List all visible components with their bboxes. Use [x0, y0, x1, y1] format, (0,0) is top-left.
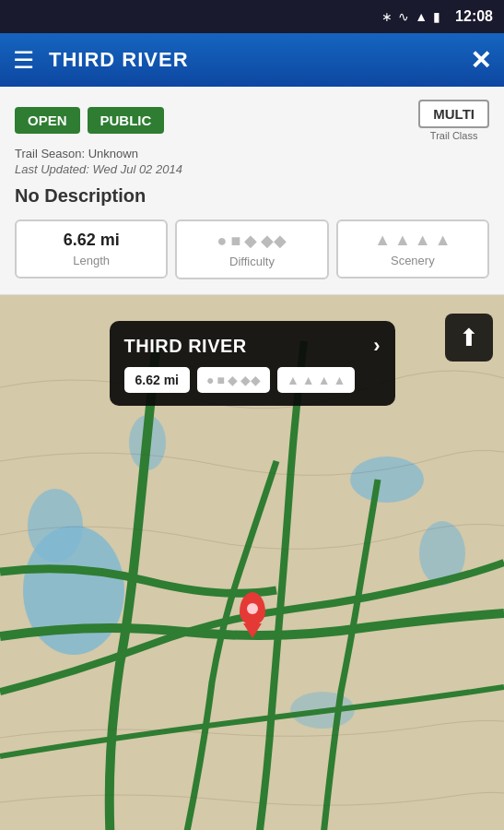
- popup-scenery-icons: ▲ ▲ ▲ ▲: [277, 367, 355, 393]
- public-badge: PUBLIC: [88, 107, 165, 134]
- length-label: Length: [73, 254, 110, 267]
- multi-wrapper: MULTI Trail Class: [418, 100, 489, 141]
- popup-tree-icon-4: ▲: [334, 373, 346, 387]
- trail-updated: Last Updated: Wed Jul 02 2014: [15, 162, 489, 176]
- popup-circle-icon: ●: [206, 373, 214, 387]
- difficulty-label: Difficulty: [229, 255, 275, 268]
- map-popup[interactable]: THIRD RIVER › 6.62 mi ● ■ ◆ ◆◆ ▲ ▲ ▲ ▲: [110, 321, 395, 406]
- signal-icon: ▲: [415, 9, 428, 24]
- scenery-label: Scenery: [391, 254, 435, 267]
- svg-point-2: [28, 489, 83, 563]
- nav-bar: ☰ THIRD RIVER ✕: [0, 33, 504, 87]
- svg-point-3: [350, 456, 424, 503]
- open-badge: OPEN: [15, 107, 80, 134]
- tree-icon-2: ▲: [394, 231, 411, 250]
- popup-trail-name: THIRD RIVER: [124, 336, 247, 357]
- popup-difficulty-icons: ● ■ ◆ ◆◆: [197, 367, 270, 393]
- map-area[interactable]: ⬆ THIRD RIVER › 6.62 mi ● ■ ◆ ◆◆ ▲ ▲ ▲ ▲: [0, 295, 504, 830]
- circle-icon: ●: [217, 231, 228, 251]
- wifi-icon: ∿: [398, 9, 409, 24]
- popup-title-row: THIRD RIVER ›: [124, 334, 381, 358]
- badges-left: OPEN PUBLIC: [15, 107, 164, 134]
- status-time: 12:08: [455, 8, 493, 25]
- location-pin: [240, 592, 265, 625]
- double-diamond-icon: ◆◆: [261, 231, 287, 251]
- trail-description: No Description: [15, 185, 489, 207]
- popup-double-diamond-icon: ◆◆: [240, 373, 261, 387]
- popup-length: 6.62 mi: [124, 367, 190, 393]
- pin-body: [240, 592, 265, 625]
- page-title: THIRD RIVER: [49, 48, 470, 72]
- upload-button[interactable]: ⬆: [445, 314, 493, 362]
- badges-row: OPEN PUBLIC MULTI Trail Class: [15, 100, 489, 141]
- popup-tree-icon-1: ▲: [287, 373, 299, 387]
- diamond-icon: ◆: [244, 231, 257, 251]
- upload-icon: ⬆: [459, 324, 479, 352]
- stats-row: 6.62 mi Length ● ■ ◆ ◆◆ Difficulty ▲ ▲ ▲…: [15, 219, 489, 279]
- popup-tree-icon-3: ▲: [318, 373, 331, 387]
- pin-inner: [247, 603, 258, 614]
- tree-icon-3: ▲: [415, 231, 431, 250]
- stat-length: 6.62 mi Length: [15, 219, 168, 279]
- difficulty-icons: ● ■ ◆ ◆◆: [217, 231, 287, 251]
- battery-icon: ▮: [433, 9, 440, 24]
- tree-icon-4: ▲: [435, 231, 451, 250]
- popup-square-icon: ■: [217, 373, 224, 387]
- multi-badge: MULTI: [418, 100, 489, 128]
- menu-icon[interactable]: ☰: [13, 48, 34, 72]
- close-button[interactable]: ✕: [470, 45, 491, 76]
- length-value: 6.62 mi: [64, 231, 120, 250]
- popup-diamond-icon: ◆: [228, 373, 238, 387]
- status-bar: ∗ ∿ ▲ ▮ 12:08: [0, 0, 504, 33]
- info-panel: OPEN PUBLIC MULTI Trail Class Trail Seas…: [0, 87, 504, 295]
- trail-class-label: Trail Class: [430, 130, 478, 141]
- status-icons: ∗ ∿ ▲ ▮: [381, 9, 440, 24]
- popup-tree-icon-2: ▲: [302, 373, 315, 387]
- popup-arrow-icon[interactable]: ›: [373, 334, 380, 358]
- bluetooth-icon: ∗: [381, 9, 393, 24]
- square-icon: ■: [230, 231, 240, 251]
- popup-stats-row: 6.62 mi ● ■ ◆ ◆◆ ▲ ▲ ▲ ▲: [124, 367, 381, 393]
- tree-icon-1: ▲: [374, 231, 391, 250]
- scenery-icons: ▲ ▲ ▲ ▲: [374, 231, 451, 250]
- stat-difficulty: ● ■ ◆ ◆◆ Difficulty: [175, 219, 328, 279]
- stat-scenery: ▲ ▲ ▲ ▲ Scenery: [336, 219, 489, 279]
- trail-season: Trail Season: Unknown: [15, 147, 489, 160]
